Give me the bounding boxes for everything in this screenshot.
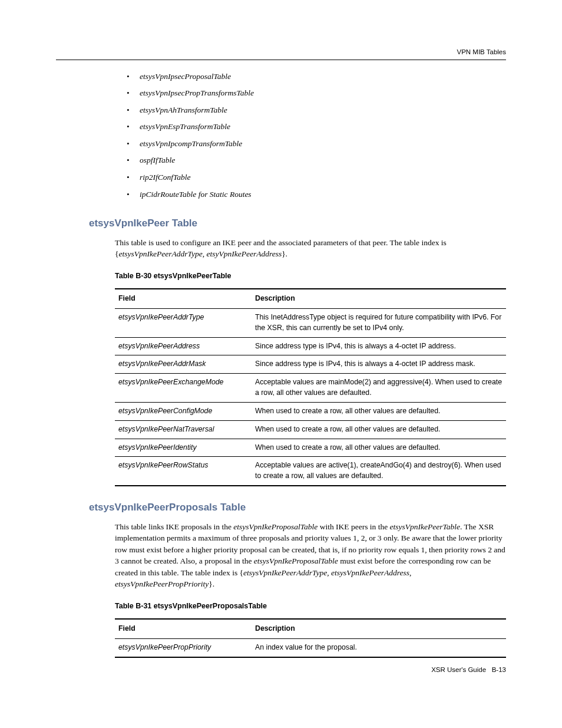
text: with IKE peers in the xyxy=(318,522,389,531)
italic-term: etsyVpnIkePeerAddress xyxy=(206,249,282,258)
italic-term: etsysVpnIkePeerAddrType xyxy=(118,249,202,258)
section-heading: etsysVpnIkePeer Table xyxy=(89,216,506,231)
col-description: Description xyxy=(252,619,506,638)
list-item: rip2IfConfTable xyxy=(127,172,506,183)
list-item: etsysVpnIpsecProposalTable xyxy=(127,71,506,83)
table-caption: Table B-30 etsysVpnIkePeerTable xyxy=(115,271,506,281)
table-row: etsysVpnIkePeerAddrTypeThis InetAddressT… xyxy=(115,308,506,337)
text: , xyxy=(409,568,411,577)
text: }. xyxy=(282,249,287,258)
table-row: etsysVpnIkePeerRowStatusAcceptable value… xyxy=(115,457,506,486)
table-b30: Field Description etsysVpnIkePeerAddrTyp… xyxy=(115,288,506,486)
cell-field: etsysVpnIkePeerRowStatus xyxy=(115,457,252,486)
bullet-list: etsysVpnIpsecProposalTable etsysVpnIpsec… xyxy=(127,71,506,200)
table-row: etsysVpnIkePeerAddrMaskSince address typ… xyxy=(115,355,506,374)
table-row: etsysVpnIkePeerAddressSince address type… xyxy=(115,337,506,355)
section1-paragraph: This table is used to configure an IKE p… xyxy=(115,237,506,260)
italic-term: etsysVpnIkeProposalTable xyxy=(254,556,338,565)
cell-desc: When used to create a row, all other val… xyxy=(252,439,506,457)
list-item: etsysVpnIpsecPropTransformsTable xyxy=(127,87,506,99)
cell-field: etsysVpnIkePeerPropPriority xyxy=(115,638,252,657)
table-caption: Table B-31 etsysVpnIkePeerProposalsTable xyxy=(115,601,506,611)
cell-field: etsysVpnIkePeerAddrMask xyxy=(115,355,252,374)
table-row: etsysVpnIkePeerPropPriorityAn index valu… xyxy=(115,638,506,657)
cell-field: etsysVpnIkePeerAddress xyxy=(115,337,252,355)
list-item: ospfIfTable xyxy=(127,154,506,166)
cell-desc: When used to create a row, all other val… xyxy=(252,402,506,420)
footer-guide: XSR User's Guide xyxy=(431,666,486,673)
cell-desc: Acceptable values are mainMode(2) and ag… xyxy=(252,374,506,403)
content-area: etsysVpnIpsecProposalTable etsysVpnIpsec… xyxy=(115,71,506,658)
cell-desc: Since address type is IPv4, this is alwa… xyxy=(252,337,506,355)
table-row: etsysVpnIkePeerExchangeModeAcceptable va… xyxy=(115,374,506,403)
cell-desc: An index value for the proposal. xyxy=(252,638,506,657)
italic-term: etsysVpnIkeProposalTable xyxy=(233,522,318,531)
col-field: Field xyxy=(115,289,252,308)
cell-field: etsysVpnIkePeerExchangeMode xyxy=(115,374,252,403)
table-header-row: Field Description xyxy=(115,619,506,638)
cell-desc: When used to create a row, all other val… xyxy=(252,420,506,439)
italic-term: etsysVpnIkePeerTable xyxy=(390,522,460,531)
list-item: etsysVpnAhTransformTable xyxy=(127,104,506,116)
footer-page: B-13 xyxy=(492,666,506,673)
page: VPN MIB Tables etsysVpnIpsecProposalTabl… xyxy=(0,0,562,728)
list-item: ipCidrRouteTable for Static Routes xyxy=(127,189,506,200)
italic-term: etsysVpnIkePeerPropPriority xyxy=(115,579,209,588)
table-header-row: Field Description xyxy=(115,289,506,308)
text: This table links IKE proposals in the xyxy=(115,522,233,531)
table-row: etsysVpnIkePeerNatTraversalWhen used to … xyxy=(115,420,506,439)
text: , xyxy=(327,568,331,577)
table-b31: Field Description etsysVpnIkePeerPropPri… xyxy=(115,618,506,658)
header-text: VPN MIB Tables xyxy=(457,48,506,55)
cell-desc: Acceptable values are active(1), createA… xyxy=(252,457,506,486)
cell-field: etsysVpnIkePeerNatTraversal xyxy=(115,420,252,439)
cell-desc: This InetAddressType object is required … xyxy=(252,308,506,337)
section2-paragraph: This table links IKE proposals in the et… xyxy=(115,521,506,590)
page-footer: XSR User's Guide B-13 xyxy=(431,665,506,675)
cell-field: etsysVpnIkePeerIdentity xyxy=(115,439,252,457)
section-heading: etsysVpnIkePeerProposals Table xyxy=(89,500,506,515)
col-description: Description xyxy=(252,289,506,308)
table-row: etsysVpnIkePeerConfigModeWhen used to cr… xyxy=(115,402,506,420)
col-field: Field xyxy=(115,619,252,638)
italic-term: etsysVpnIkePeerAddrType xyxy=(243,568,327,577)
page-header: VPN MIB Tables xyxy=(56,47,506,60)
table-row: etsysVpnIkePeerIdentityWhen used to crea… xyxy=(115,439,506,457)
text: }. xyxy=(209,579,214,588)
list-item: etsysVpnIpcompTransformTable xyxy=(127,138,506,150)
cell-desc: Since address type is IPv4, this is alwa… xyxy=(252,355,506,374)
cell-field: etsysVpnIkePeerAddrType xyxy=(115,308,252,337)
cell-field: etsysVpnIkePeerConfigMode xyxy=(115,402,252,420)
italic-term: etsysVpnIkePeerAddress xyxy=(331,568,409,577)
list-item: etsysVpnEspTransformTable xyxy=(127,121,506,133)
